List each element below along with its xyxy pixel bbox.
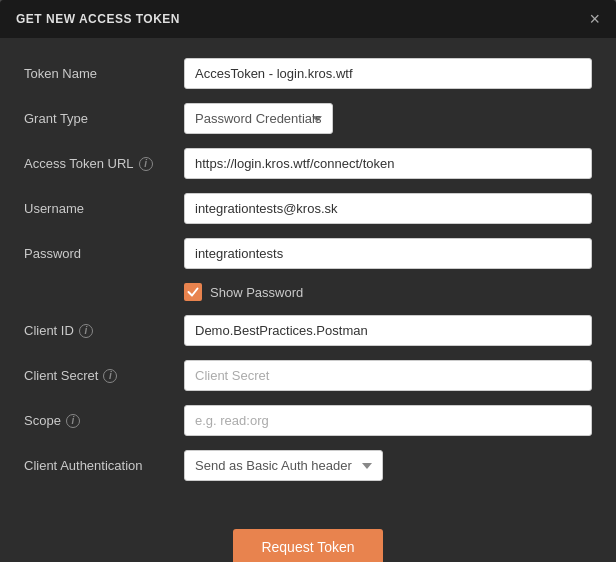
scope-input[interactable] bbox=[184, 405, 592, 436]
modal-title: GET NEW ACCESS TOKEN bbox=[16, 12, 180, 26]
username-row: Username bbox=[24, 193, 592, 224]
scope-label: Scope i bbox=[24, 413, 184, 428]
password-row: Password bbox=[24, 238, 592, 269]
client-auth-label: Client Authentication bbox=[24, 458, 184, 473]
username-input[interactable] bbox=[184, 193, 592, 224]
show-password-checkbox[interactable] bbox=[184, 283, 202, 301]
check-icon bbox=[187, 286, 199, 298]
client-secret-input[interactable] bbox=[184, 360, 592, 391]
token-name-label: Token Name bbox=[24, 66, 184, 81]
request-token-button[interactable]: Request Token bbox=[233, 529, 382, 562]
token-name-input[interactable] bbox=[184, 58, 592, 89]
access-token-url-info-icon[interactable]: i bbox=[139, 157, 153, 171]
close-button[interactable]: × bbox=[589, 10, 600, 28]
show-password-row: Show Password bbox=[24, 283, 592, 301]
grant-type-select-wrapper: Password Credentials Authorization Code … bbox=[184, 103, 592, 134]
client-auth-select[interactable]: Send as Basic Auth header Send client cr… bbox=[184, 450, 383, 481]
access-token-url-row: Access Token URL i bbox=[24, 148, 592, 179]
client-id-row: Client ID i bbox=[24, 315, 592, 346]
client-secret-label: Client Secret i bbox=[24, 368, 184, 383]
client-secret-info-icon[interactable]: i bbox=[103, 369, 117, 383]
grant-type-label: Grant Type bbox=[24, 111, 184, 126]
modal-body: Token Name Grant Type Password Credentia… bbox=[0, 38, 616, 519]
password-label: Password bbox=[24, 246, 184, 261]
client-id-label: Client ID i bbox=[24, 323, 184, 338]
client-secret-row: Client Secret i bbox=[24, 360, 592, 391]
access-token-url-label: Access Token URL i bbox=[24, 156, 184, 171]
show-password-label[interactable]: Show Password bbox=[184, 283, 303, 301]
client-id-info-icon[interactable]: i bbox=[79, 324, 93, 338]
scope-info-icon[interactable]: i bbox=[66, 414, 80, 428]
client-auth-row: Client Authentication Send as Basic Auth… bbox=[24, 450, 592, 481]
username-label: Username bbox=[24, 201, 184, 216]
client-id-input[interactable] bbox=[184, 315, 592, 346]
grant-type-select[interactable]: Password Credentials Authorization Code … bbox=[184, 103, 333, 134]
grant-type-row: Grant Type Password Credentials Authoriz… bbox=[24, 103, 592, 134]
scope-row: Scope i bbox=[24, 405, 592, 436]
client-auth-select-wrapper: Send as Basic Auth header Send client cr… bbox=[184, 450, 592, 481]
access-token-url-input[interactable] bbox=[184, 148, 592, 179]
modal-header: GET NEW ACCESS TOKEN × bbox=[0, 0, 616, 38]
modal-footer: Request Token bbox=[0, 519, 616, 562]
modal: GET NEW ACCESS TOKEN × Token Name Grant … bbox=[0, 0, 616, 562]
token-name-row: Token Name bbox=[24, 58, 592, 89]
password-input[interactable] bbox=[184, 238, 592, 269]
